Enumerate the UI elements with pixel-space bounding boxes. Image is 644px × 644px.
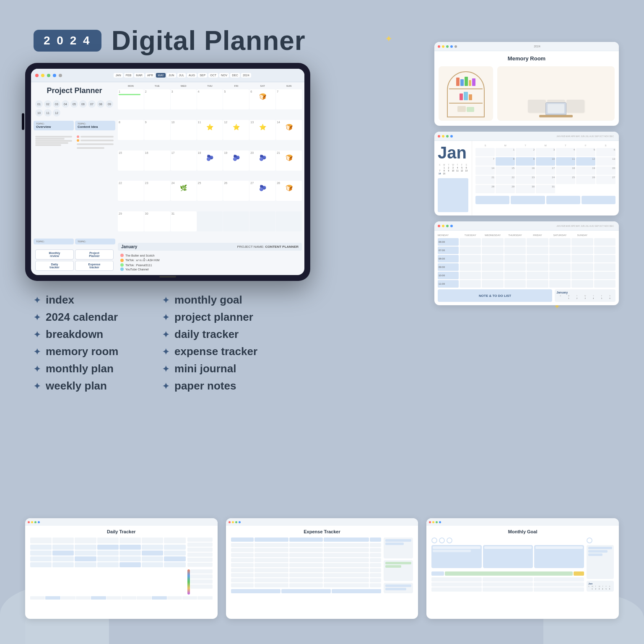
cal-cell-14: 14🍞 [276,120,302,140]
feature-project-planner: ✦ project planner [162,311,257,324]
week-10: 10 [35,109,43,117]
bullet-icon-3: ✦ [34,330,41,340]
project-dot-4 [120,267,124,271]
calendar-day-headers: MON TUE WED THU FRI SAT SUN [118,85,302,87]
month-may[interactable]: MAY [156,73,166,78]
cal-cell-empty2 [223,211,249,231]
topic-3: TOPIC: [34,239,74,244]
icon-dot-1 [53,74,56,77]
project-item-2: TikTok : ผาระน้ำ ASH KIM [120,258,299,262]
cal-cell-3: 3 [171,89,197,109]
tablet-side-button [22,113,24,130]
cal-cell-empty3 [249,211,275,231]
cal-cell-4: 4 [197,89,223,109]
month-jan[interactable]: JAN [114,73,122,78]
week-04: 04 [62,100,69,108]
weekly-plan-preview-card: JAN FEB MAR APR MAY JUN JUL AUG SEP OCT … [434,221,619,305]
weekly-header-thu: THURSDAY [504,234,526,236]
day-sun: SUN [276,85,302,87]
project-dot-3 [120,263,124,267]
preview-cards-right: 2024 Memory Room [434,42,619,305]
cal-cell-30: 30 [144,211,170,231]
month-jul[interactable]: JUL [177,73,186,78]
month-nov[interactable]: NOV [219,73,229,78]
weekly-nav-months: JAN FEB MAR APR MAY JUN JUL AUG SEP OCT … [556,225,614,227]
cal-cell-13: 13⭐ [249,120,275,140]
cal-cell-12: 12⭐ [223,120,249,140]
cal-cell-7: 7 [276,89,302,109]
feature-label-daily: daily tracker [174,328,239,341]
feature-label-breakdown: breakdown [46,328,103,341]
expand-dot [47,74,50,77]
feature-monthly-goal: ✦ monthly goal [162,293,257,306]
month-jun[interactable]: JUN [167,73,176,78]
topic-label-4: TOPIC: [78,240,113,243]
dot-red [438,45,440,48]
cal-cell-1: 1 [118,89,144,109]
weekly-mini-cal: January S M T W T F S 1 2 3 4 5 [555,289,615,302]
cal-cell-20: 20🫐 [249,151,275,171]
memory-room-top-bar: 2024 [434,42,619,51]
weekly-header-wed: WEDNESDAY [482,234,503,236]
bullet-icon-5: ✦ [34,364,41,374]
week-08: 08 [97,100,104,108]
project-item-1: The Butter and Scotch [120,254,299,257]
project-name-1: The Butter and Scotch [125,254,155,257]
monthly-dot-blue [450,135,453,138]
calendar-month-label: January [121,244,137,249]
monthly-goal-card: Monthly Goal [426,518,619,619]
cal-cell-17: 17 [171,151,197,171]
day-mon: MON [118,85,144,87]
weekly-dot-blue [450,225,453,227]
weekly-header-sat: SATURDAY [549,234,571,236]
month-apr[interactable]: APR [145,73,155,78]
project-dot-2 [120,259,124,262]
week-03: 03 [53,100,60,108]
project-planner-title: Project Planner [34,85,115,99]
feature-memory-room: ✦ memory room [34,345,129,358]
monthly-dot-green [446,135,449,138]
nav-monthly-review[interactable]: Monthlyreview [35,249,74,260]
tablet-frame: JAN FEB MAR APR MAY JUN JUL AUG SEP OCT … [25,63,310,281]
tablet-mockup: JAN FEB MAR APR MAY JUN JUL AUG SEP OCT … [25,63,310,281]
weekly-top-bar: JAN FEB MAR APR MAY JUN JUL AUG SEP OCT … [434,221,619,231]
expense-tracker-title: Expense Tracker [231,529,413,534]
feature-breakdown: ✦ breakdown [34,328,129,341]
month-aug[interactable]: AUG [187,73,197,78]
bullet-icon-6: ✦ [34,381,41,391]
bullet-icon-4: ✦ [34,347,41,357]
cal-cell-9: 9 [144,120,170,140]
desk-illustration [497,66,615,121]
header: 2 0 2 4 Digital Planner [34,25,306,56]
month-oct[interactable]: OCT [208,73,218,78]
weekly-dot-yellow [442,225,444,227]
nav-project-planner[interactable]: ProjectPlanner [75,249,114,260]
topic-content: TOPIC: Content Idea [75,121,115,130]
project-item-4: YouTube Channel [120,267,299,271]
feature-expense-tracker: ✦ expense tracker [162,345,257,358]
week-12: 12 [53,109,60,117]
minimize-dot [41,74,44,77]
cal-cell-31: 31 [171,211,197,231]
week-07: 07 [88,100,96,108]
feature-weekly-plan: ✦ weekly plan [34,379,129,392]
tablet-top-bar: JAN FEB MAR APR MAY JUN JUL AUG SEP OCT … [31,69,304,82]
bullet-icon-9: ✦ [162,330,169,340]
tablet-screen: JAN FEB MAR APR MAY JUN JUL AUG SEP OCT … [31,69,304,275]
nav-expense-tracker[interactable]: Expensetracker [75,261,114,271]
month-feb[interactable]: FEB [124,73,133,78]
nav-daily-tracker[interactable]: Dailytracker [35,261,74,271]
bookshelf-illustration [439,66,493,121]
monthly-dot-yellow [442,135,444,138]
feature-daily-tracker: ✦ daily tracker [162,328,257,341]
cal-cell-21: 21🍞 [276,151,302,171]
month-year[interactable]: 2024 [241,73,251,78]
feature-label-memory: memory room [46,345,118,358]
memory-room-year: 2024 [459,45,615,48]
bottom-preview-cards: Daily Tracker [25,518,619,619]
navigation-buttons: Monthlyreview ProjectPlanner Dailytracke… [34,248,115,273]
month-sep[interactable]: SEP [198,73,207,78]
feature-label-monthly: monthly plan [46,362,114,375]
month-dec[interactable]: DEC [230,73,240,78]
month-mar[interactable]: MAR [134,73,144,78]
